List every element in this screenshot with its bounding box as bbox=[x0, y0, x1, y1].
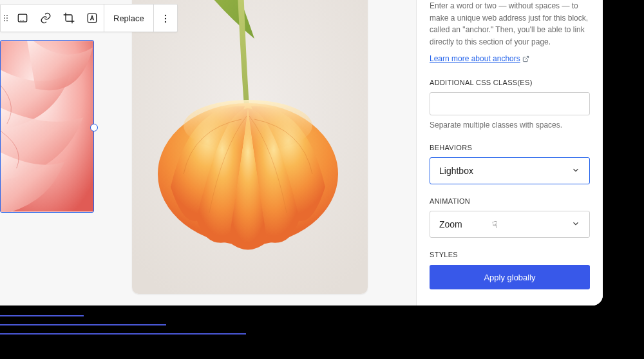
css-classes-hint: Separate multiple classes with spaces. bbox=[430, 121, 590, 130]
link-icon[interactable] bbox=[34, 4, 57, 32]
svg-point-15 bbox=[165, 15, 166, 16]
chevron-down-icon bbox=[571, 166, 580, 177]
svg-point-6 bbox=[4, 17, 5, 19]
svg-point-17 bbox=[165, 21, 166, 23]
progress-bars bbox=[0, 315, 246, 342]
external-link-icon bbox=[522, 55, 529, 63]
svg-rect-10 bbox=[18, 14, 26, 22]
resize-handle-right[interactable] bbox=[90, 124, 98, 131]
svg-point-7 bbox=[6, 17, 8, 19]
apply-globally-label: Apply globally bbox=[484, 273, 535, 282]
svg-point-16 bbox=[165, 18, 166, 19]
more-options-icon[interactable] bbox=[154, 5, 177, 33]
editor-frame: Replace Enter a word or two — without sp… bbox=[0, 0, 603, 306]
svg-point-5 bbox=[6, 15, 8, 16]
styles-label: STYLES bbox=[430, 251, 590, 258]
editor-canvas: Replace bbox=[0, 0, 416, 306]
progress-bar-2 bbox=[0, 324, 166, 325]
pink-flower-image bbox=[1, 41, 93, 212]
block-settings-sidebar: Enter a word or two — without spaces — t… bbox=[416, 0, 603, 306]
learn-more-anchors-link[interactable]: Learn more about anchors bbox=[430, 54, 520, 63]
caption-icon[interactable] bbox=[11, 4, 34, 32]
animation-value: Zoom bbox=[439, 219, 462, 229]
behaviors-label: BEHAVIORS bbox=[430, 144, 590, 151]
svg-point-13 bbox=[23, 20, 24, 21]
block-toolbar: Replace bbox=[0, 4, 178, 32]
css-classes-label: ADDITIONAL CSS CLASS(ES) bbox=[430, 79, 590, 86]
animation-label: ANIMATION bbox=[430, 197, 590, 205]
svg-point-11 bbox=[20, 20, 21, 21]
animation-select[interactable]: Zoom ☟ bbox=[430, 211, 590, 238]
replace-button[interactable]: Replace bbox=[104, 5, 154, 32]
css-classes-input[interactable] bbox=[430, 92, 590, 115]
main-image-block[interactable] bbox=[132, 0, 368, 294]
svg-point-12 bbox=[22, 20, 23, 21]
crop-icon[interactable] bbox=[57, 4, 80, 32]
tulip-image bbox=[132, 0, 368, 294]
behaviors-select[interactable]: Lightbox bbox=[430, 157, 590, 184]
svg-point-4 bbox=[4, 15, 5, 16]
svg-point-9 bbox=[6, 20, 8, 21]
chevron-down-icon bbox=[571, 219, 580, 230]
apply-globally-button[interactable]: Apply globally bbox=[430, 265, 590, 289]
progress-bar-1 bbox=[0, 315, 84, 316]
cursor-pointer-icon: ☟ bbox=[491, 219, 498, 230]
progress-bar-3 bbox=[0, 333, 246, 335]
drag-handle-icon[interactable] bbox=[1, 4, 11, 32]
selected-thumbnail-block[interactable] bbox=[0, 40, 94, 213]
text-overlay-icon[interactable] bbox=[80, 4, 104, 32]
behaviors-value: Lightbox bbox=[439, 166, 473, 176]
replace-button-label: Replace bbox=[113, 14, 144, 23]
svg-point-8 bbox=[4, 20, 5, 21]
anchor-help-text: Enter a word or two — without spaces — t… bbox=[430, 0, 590, 48]
svg-point-2 bbox=[184, 100, 312, 151]
